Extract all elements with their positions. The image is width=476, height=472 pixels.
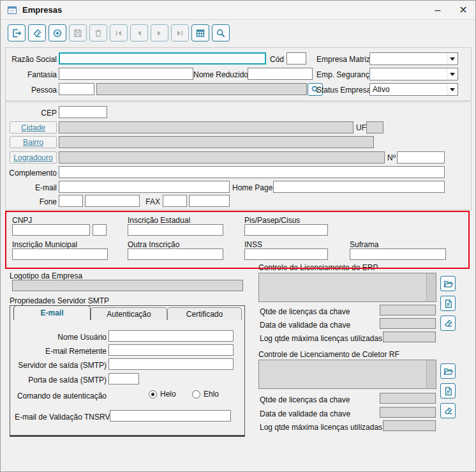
tab-autenticacao[interactable]: Autenticação	[91, 307, 167, 320]
homepage-label: Home Page	[232, 183, 271, 193]
empresas-window: Empresas – ✕ Razão Social Cód Empresa Ma…	[0, 0, 476, 472]
complemento-input[interactable]	[59, 166, 445, 178]
erp-view-document-button[interactable]	[440, 296, 456, 311]
exit-button[interactable]	[8, 24, 26, 42]
fone-label: Fone	[4, 197, 57, 207]
razao-social-input[interactable]	[59, 52, 266, 65]
erp-qtde-field	[380, 305, 436, 316]
chevron-down-icon	[447, 53, 457, 65]
nome-usuario-label: Nome Usuário	[15, 332, 107, 342]
window-icon	[7, 5, 17, 15]
save-button[interactable]	[69, 24, 87, 42]
radio-helo[interactable]: Helo	[149, 390, 176, 399]
bairro-lookup-button[interactable]: Bairro	[10, 136, 57, 148]
rf-view-document-button[interactable]	[440, 383, 456, 399]
previous-record-button[interactable]	[130, 24, 148, 42]
servidor-saida-label: Servidor de saída (SMTP)	[15, 360, 107, 370]
rf-clear-license-button[interactable]	[440, 403, 456, 418]
clear-button[interactable]	[28, 24, 46, 42]
radio-helo-label: Helo	[160, 390, 176, 399]
fax-numero-input[interactable]	[189, 195, 230, 207]
cod-label: Cód	[269, 54, 284, 65]
empresa-matriz-select[interactable]	[369, 52, 458, 65]
search-icon	[216, 28, 226, 38]
numero-input[interactable]	[397, 151, 445, 164]
rf-open-file-button[interactable]	[440, 363, 456, 379]
tab-email[interactable]: E-mail	[13, 305, 91, 320]
outra-inscricao-input[interactable]	[128, 248, 223, 260]
search-button[interactable]	[212, 24, 230, 42]
email-label: E-mail	[4, 183, 57, 193]
last-record-button[interactable]	[171, 24, 189, 42]
delete-button[interactable]	[89, 24, 107, 42]
grid-icon	[195, 28, 205, 38]
next-icon	[154, 28, 165, 38]
cep-label: CEP	[4, 108, 57, 118]
bairro-field	[59, 136, 374, 148]
first-record-button[interactable]	[110, 24, 128, 42]
add-icon	[52, 28, 63, 38]
inss-input[interactable]	[244, 248, 328, 260]
erp-validade-label: Data de validade da chave	[260, 320, 350, 330]
nome-reduzido-label: Nome Reduzido	[193, 70, 246, 80]
scrollbar	[426, 360, 436, 388]
nome-reduzido-input[interactable]	[248, 68, 313, 80]
rf-qtde-label: Qtde de licenças da chave	[260, 395, 350, 405]
rf-log-field	[383, 420, 436, 431]
suframa-input[interactable]	[350, 248, 446, 260]
cnpj-input[interactable]	[12, 224, 90, 236]
erp-license-key-box	[258, 273, 436, 302]
title-bar: Empresas – ✕	[1, 1, 475, 20]
status-empresa-label: Status Empresa	[316, 85, 368, 95]
next-record-button[interactable]	[151, 24, 168, 42]
porta-saida-label: Porta de saída (SMTP)	[15, 375, 107, 385]
nome-usuario-input[interactable]	[108, 330, 234, 342]
chevron-down-icon	[447, 84, 457, 95]
emp-seguranca-label: Emp. Segurança	[316, 70, 368, 80]
first-icon	[114, 28, 124, 38]
email-input[interactable]	[59, 181, 230, 193]
window-controls: – ✕	[432, 1, 469, 20]
scrollbar	[426, 273, 436, 301]
inscricao-estadual-input[interactable]	[128, 224, 223, 236]
cod-input[interactable]	[286, 52, 306, 65]
email-validacao-input[interactable]	[110, 410, 231, 422]
rf-license-key-box	[258, 360, 436, 389]
fantasia-input[interactable]	[59, 68, 193, 80]
status-empresa-select[interactable]: Ativo	[369, 83, 458, 96]
radio-ehlo[interactable]: Ehlo	[192, 390, 219, 399]
cep-input[interactable]	[59, 106, 107, 118]
email-remetente-input[interactable]	[108, 344, 234, 356]
add-button[interactable]	[48, 24, 66, 42]
pis-input[interactable]	[244, 224, 328, 236]
tab-certificado[interactable]: Certificado	[167, 307, 242, 320]
rf-qtde-field	[380, 393, 436, 404]
radio-selected-icon	[149, 390, 157, 399]
erp-log-label: Log qtde máxima licenças utilizadas	[260, 333, 382, 344]
close-button[interactable]: ✕	[457, 1, 469, 20]
document-icon	[443, 299, 453, 308]
document-icon	[443, 386, 453, 396]
cnpj-digit-input[interactable]	[93, 224, 107, 236]
servidor-saida-input[interactable]	[108, 358, 234, 370]
erp-open-file-button[interactable]	[440, 276, 456, 291]
logradouro-lookup-button[interactable]: Logradouro	[10, 151, 57, 164]
inscricao-municipal-input[interactable]	[12, 248, 108, 260]
fax-ddd-input[interactable]	[163, 195, 187, 207]
cidade-lookup-button[interactable]: Cidade	[10, 121, 57, 133]
folder-open-icon	[443, 367, 453, 376]
email-validacao-label: E-mail de Validação TNSRV	[15, 412, 108, 422]
minimize-button[interactable]: –	[432, 1, 443, 20]
empresa-matriz-label: Empresa Matriz	[316, 54, 368, 65]
porta-saida-input[interactable]	[108, 373, 139, 384]
grid-view-button[interactable]	[191, 24, 209, 42]
erp-log-field	[383, 331, 436, 342]
fone-numero-input[interactable]	[85, 195, 140, 207]
fone-ddd-input[interactable]	[59, 195, 83, 207]
homepage-input[interactable]	[273, 181, 445, 193]
emp-seguranca-select[interactable]	[369, 68, 458, 80]
pessoa-codigo-input[interactable]	[59, 83, 94, 95]
erp-clear-license-button[interactable]	[440, 316, 456, 331]
logotipo-field	[12, 280, 243, 291]
chevron-down-icon	[447, 68, 457, 80]
